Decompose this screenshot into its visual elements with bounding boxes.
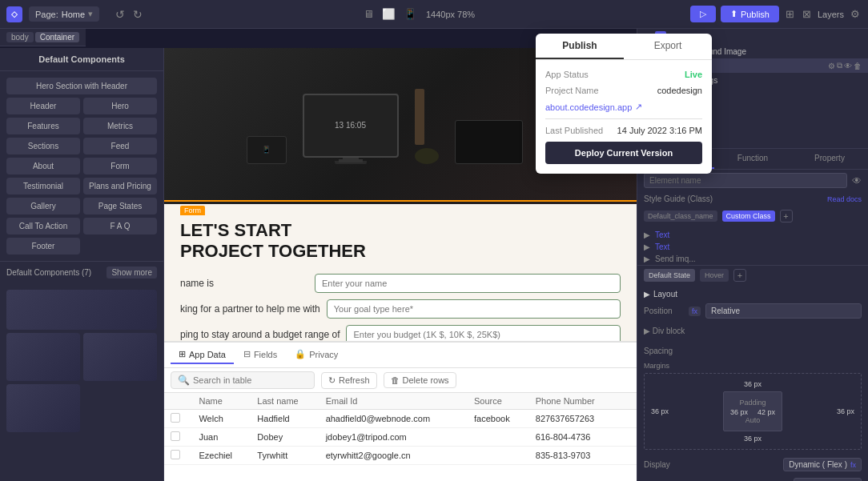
data-search-box[interactable]: 🔍	[171, 371, 315, 389]
col-lastname[interactable]: Last name	[251, 393, 319, 410]
comp-hero[interactable]: Hero	[83, 98, 157, 114]
row-lastname: Hadfield	[251, 410, 319, 428]
padding-left-value[interactable]: 36 px	[730, 408, 748, 416]
text-item-1[interactable]: Text	[655, 230, 669, 239]
table-row: Ezechiel Tyrwhitt etyrwhitt2@google.cn 8…	[164, 447, 637, 465]
privacy-icon: 🔒	[295, 349, 306, 359]
undo-button[interactable]: ↺	[112, 6, 128, 22]
design-tab-function[interactable]: Function	[714, 149, 791, 169]
preview-button[interactable]: ▷	[690, 6, 716, 22]
hover-state-button[interactable]: Hover	[700, 269, 729, 282]
privacy-label: Privacy	[309, 350, 338, 359]
pub-domain-link[interactable]: about.codedesign.app ↗	[545, 102, 702, 112]
tree-settings-btn[interactable]: ⚙	[828, 61, 835, 70]
comp-call-to-action[interactable]: Call To Action	[6, 218, 80, 234]
publish-popup: Publish Export App Status Live Project N…	[536, 34, 712, 174]
publish-button[interactable]: ⬆ Publish	[721, 6, 779, 22]
thumbnail-grid	[0, 283, 163, 439]
col-name[interactable]: Name	[192, 393, 251, 410]
col-check	[164, 393, 192, 410]
template-thumb-3[interactable]	[6, 384, 80, 432]
row-check[interactable]	[164, 410, 192, 428]
comp-sections[interactable]: Sections	[6, 138, 80, 154]
comp-testimonial[interactable]: Testimonial	[6, 178, 80, 194]
tree-hide-btn[interactable]: 👁	[844, 61, 852, 70]
comp-features[interactable]: Features	[6, 118, 80, 134]
position-label: Position	[644, 307, 684, 315]
appdata-icon: ⊞	[179, 349, 186, 359]
data-tab-fields[interactable]: ⊟ Fields	[235, 346, 285, 364]
comp-feed[interactable]: Feed	[83, 138, 157, 154]
form-input-name[interactable]	[315, 274, 621, 293]
spacing-label: Spacing	[644, 347, 862, 355]
tablet-view-button[interactable]: ⬜	[380, 6, 398, 22]
col-email[interactable]: Email Id	[319, 393, 468, 410]
default-state-button[interactable]: Default State	[644, 269, 695, 282]
mobile-view-button[interactable]: 📱	[401, 6, 420, 22]
row-source	[468, 428, 529, 447]
col-phone[interactable]: Phone Number	[529, 393, 621, 410]
col-source[interactable]: Source	[468, 393, 529, 410]
margin-bottom-value[interactable]: 36 px	[651, 435, 854, 443]
export-tab[interactable]: Export	[624, 34, 712, 59]
hide-advanced-button[interactable]: Hide advanced	[794, 478, 862, 481]
row-check[interactable]	[164, 447, 192, 465]
margin-top-value[interactable]: 36 px	[651, 380, 854, 388]
template-thumb-1[interactable]	[6, 333, 80, 381]
comp-page-states[interactable]: Page States	[83, 198, 157, 214]
deploy-button[interactable]: Deploy Current Version	[545, 142, 702, 164]
container-tag[interactable]: Container	[35, 32, 79, 42]
component-icon-button[interactable]: ⊠	[801, 6, 813, 22]
comp-form[interactable]: Form	[83, 158, 157, 174]
row-source: facebook	[468, 410, 529, 428]
comp-hero-section-header[interactable]: Hero Section with Header	[6, 78, 157, 94]
comp-metrics[interactable]: Metrics	[83, 118, 157, 134]
comp-faq[interactable]: F A Q	[83, 218, 157, 234]
comp-gallery[interactable]: Gallery	[6, 198, 80, 214]
refresh-label: Refresh	[339, 375, 370, 385]
desktop-view-button[interactable]: 🖥	[361, 6, 376, 22]
display-fx-icon: fx	[850, 461, 856, 469]
tree-delete-btn[interactable]: 🗑	[854, 61, 862, 70]
margin-left-value[interactable]: 36 px	[651, 407, 669, 415]
publish-tab[interactable]: Publish	[536, 34, 624, 59]
data-tab-appdata[interactable]: ⊞ App Data	[171, 346, 234, 364]
delete-rows-button[interactable]: 🗑 Delete rows	[384, 372, 456, 388]
comp-about[interactable]: About	[6, 158, 80, 174]
margin-right-value[interactable]: 36 px	[837, 407, 854, 415]
display-value[interactable]: Dynamic ( Flex ) fx	[783, 458, 862, 471]
refresh-button[interactable]: ↻ Refresh	[321, 372, 377, 389]
send-item[interactable]: Send imq...	[655, 255, 696, 263]
form-input-goal[interactable]	[327, 299, 621, 319]
default-class-button[interactable]: Default_class_name	[644, 210, 717, 222]
padding-right-value[interactable]: 42 px	[757, 408, 775, 416]
page-selector[interactable]: Page: Home ▾	[29, 6, 99, 22]
table-header-row: Name Last name Email Id Source Phone Num…	[164, 393, 637, 410]
position-select[interactable]: Relative Absolute Fixed Static	[705, 303, 862, 319]
body-tag[interactable]: body	[6, 32, 34, 42]
read-docs-link[interactable]: Read docs	[827, 195, 862, 203]
layout-icon-button[interactable]: ⊞	[784, 6, 796, 22]
tree-label-fe1: Fe...	[689, 90, 862, 99]
template-thumb-2[interactable]	[83, 333, 157, 381]
page-chevron: ▾	[88, 9, 93, 19]
data-tab-privacy[interactable]: 🔒 Privacy	[287, 346, 346, 364]
comp-footer[interactable]: Footer	[6, 238, 80, 255]
custom-class-button[interactable]: Custom Class	[722, 210, 775, 222]
tree-duplicate-btn[interactable]: ⧉	[837, 61, 842, 70]
element-name-input[interactable]	[644, 173, 847, 188]
comp-plans-pricing[interactable]: Plans and Pricing	[83, 178, 157, 194]
add-class-button[interactable]: +	[780, 210, 793, 222]
element-visibility-button[interactable]: 👁	[852, 175, 862, 186]
row-phone: 616-804-4736	[529, 428, 621, 447]
template-thumb-wide[interactable]	[6, 290, 157, 330]
show-more-button[interactable]: Show more	[106, 267, 157, 279]
text-item-2[interactable]: Text	[655, 243, 669, 251]
design-tab-property[interactable]: Property	[791, 149, 868, 169]
search-input[interactable]	[193, 375, 307, 385]
row-check[interactable]	[164, 428, 192, 447]
settings-icon-button[interactable]: ⚙	[849, 6, 862, 22]
add-state-button[interactable]: +	[733, 269, 746, 282]
redo-button[interactable]: ↻	[130, 6, 146, 22]
comp-header[interactable]: Header	[6, 98, 80, 114]
